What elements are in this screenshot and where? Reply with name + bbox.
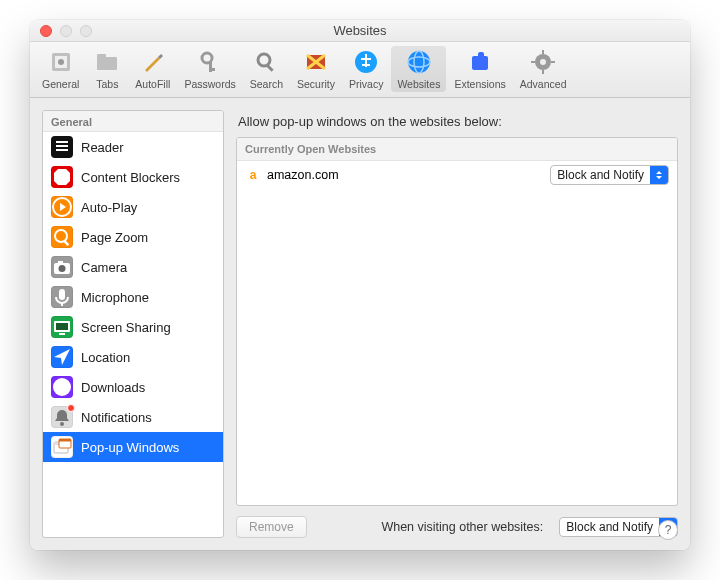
main-heading: Allow pop-up windows on the websites bel… [238,114,676,129]
svg-rect-3 [97,57,117,70]
camera-icon [51,256,73,278]
preferences-toolbar: General Tabs AutoFill Passwords Search [30,42,690,98]
svg-marker-26 [54,169,70,185]
preferences-window: Websites General Tabs AutoFill Passwor [30,20,690,550]
svg-point-12 [408,51,430,73]
sidebar-item-label: Page Zoom [81,230,148,245]
other-websites-label: When visiting other websites: [381,520,543,534]
sidebar-item-content-blockers[interactable]: Content Blockers [43,162,223,192]
toolbar-label: Search [250,78,283,90]
toolbar-extensions[interactable]: Extensions [448,46,511,92]
sidebar: General ReaderContent BlockersAuto-PlayP… [42,110,224,538]
websites-table: Currently Open Websites aamazon.comBlock… [236,137,678,506]
sidebar-item-microphone[interactable]: Microphone [43,282,223,312]
select-value: Block and Notify [560,520,659,534]
svg-rect-15 [472,56,488,70]
microphone-icon [51,286,73,308]
svg-rect-29 [63,240,69,246]
toolbar-passwords[interactable]: Passwords [178,46,241,92]
site-favicon: a [245,167,261,183]
content-blockers-icon [51,166,73,188]
toolbar-tabs[interactable]: Tabs [87,46,127,92]
toolbar-label: AutoFill [135,78,170,90]
location-icon [51,346,73,368]
toolbar-label: Security [297,78,335,90]
notification-badge [67,404,75,412]
sidebar-item-page-zoom[interactable]: Page Zoom [43,222,223,252]
help-button[interactable]: ? [658,520,678,540]
toolbar-label: General [42,78,79,90]
site-name: amazon.com [267,168,339,182]
svg-rect-24 [56,145,68,147]
svg-rect-20 [542,70,544,74]
svg-rect-32 [58,261,63,264]
remove-button[interactable]: Remove [236,516,307,538]
privacy-icon [352,48,380,76]
toolbar-advanced[interactable]: Advanced [514,46,573,92]
sidebar-item-location[interactable]: Location [43,342,223,372]
svg-rect-19 [542,50,544,54]
svg-rect-22 [551,61,555,63]
svg-point-18 [540,59,546,65]
page-zoom-icon [51,226,73,248]
sidebar-item-label: Notifications [81,410,152,425]
sidebar-item-auto-play[interactable]: Auto-Play [43,192,223,222]
table-header: Currently Open Websites [237,138,677,161]
svg-point-2 [58,59,64,65]
window-title: Websites [30,23,690,38]
svg-rect-16 [478,52,484,58]
table-body: aamazon.comBlock and Notify [237,161,677,505]
sidebar-item-label: Microphone [81,290,149,305]
globe-icon [405,48,433,76]
svg-point-31 [59,265,66,272]
remove-label: Remove [249,520,294,534]
sidebar-item-label: Screen Sharing [81,320,171,335]
svg-rect-21 [531,61,535,63]
svg-rect-33 [59,289,65,300]
content-area: General ReaderContent BlockersAuto-PlayP… [30,98,690,550]
svg-point-8 [258,54,270,66]
toolbar-label: Passwords [184,78,235,90]
toolbar-label: Websites [397,78,440,90]
sidebar-item-camera[interactable]: Camera [43,252,223,282]
key-icon [196,48,224,76]
sidebar-item-label: Downloads [81,380,145,395]
general-icon [47,48,75,76]
toolbar-general[interactable]: General [36,46,85,92]
auto-play-icon [51,196,73,218]
footer-bar: Remove When visiting other websites: Blo… [236,516,678,538]
toolbar-search[interactable]: Search [244,46,289,92]
toolbar-websites[interactable]: Websites [391,46,446,92]
downloads-icon [51,376,73,398]
site-policy-select[interactable]: Block and Notify [550,165,669,185]
svg-rect-36 [56,323,68,330]
sidebar-item-reader[interactable]: Reader [43,132,223,162]
svg-rect-34 [61,303,63,306]
sidebar-item-label: Pop-up Windows [81,440,179,455]
sidebar-list: ReaderContent BlockersAuto-PlayPage Zoom… [43,132,223,537]
gear-icon [529,48,557,76]
popup-windows-icon [51,436,73,458]
svg-rect-9 [266,64,274,72]
toolbar-privacy[interactable]: Privacy [343,46,389,92]
svg-rect-25 [56,149,68,151]
toolbar-label: Extensions [454,78,505,90]
toolbar-security[interactable]: Security [291,46,341,92]
sidebar-item-notifications[interactable]: Notifications [43,402,223,432]
toolbar-label: Advanced [520,78,567,90]
sidebar-item-label: Location [81,350,130,365]
site-cell: aamazon.com [245,167,339,183]
sidebar-item-label: Auto-Play [81,200,137,215]
tabs-icon [93,48,121,76]
sidebar-item-screen-sharing[interactable]: Screen Sharing [43,312,223,342]
svg-rect-43 [59,439,71,442]
sidebar-item-popup-windows[interactable]: Pop-up Windows [43,432,223,462]
toolbar-label: Privacy [349,78,383,90]
extensions-icon [466,48,494,76]
main-panel: Allow pop-up windows on the websites bel… [236,110,678,538]
toolbar-autofill[interactable]: AutoFill [129,46,176,92]
sidebar-item-downloads[interactable]: Downloads [43,372,223,402]
svg-rect-4 [97,54,106,58]
website-row[interactable]: aamazon.comBlock and Notify [237,161,677,189]
svg-rect-37 [59,333,65,335]
